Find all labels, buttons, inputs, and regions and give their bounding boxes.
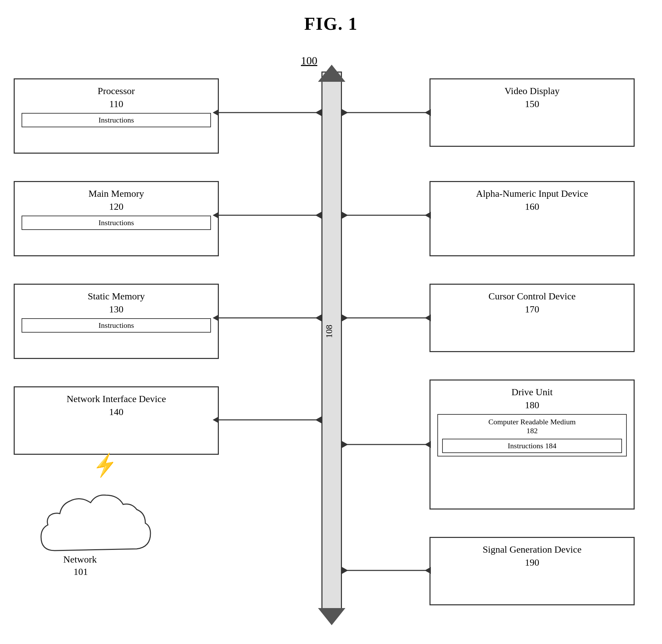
main-memory-instructions: Instructions bbox=[22, 216, 211, 230]
drive-unit-box: Drive Unit 180 Computer Readable Medium … bbox=[429, 379, 635, 510]
main-memory-title: Main Memory bbox=[22, 188, 211, 200]
svg-marker-22 bbox=[342, 441, 348, 448]
bus-arrow-top bbox=[318, 65, 345, 82]
processor-instructions: Instructions bbox=[22, 113, 211, 127]
svg-marker-14 bbox=[315, 314, 321, 321]
signal-generation-title: Signal Generation Device bbox=[437, 543, 627, 556]
cursor-control-title: Cursor Control Device bbox=[437, 290, 627, 302]
alpha-numeric-number: 160 bbox=[437, 201, 627, 212]
svg-marker-10 bbox=[342, 212, 348, 219]
computer-readable-medium-box: Computer Readable Medium 182 Instruction… bbox=[437, 414, 627, 456]
page-title: FIG. 1 bbox=[0, 0, 662, 41]
network-label: Network bbox=[63, 554, 97, 565]
video-display-box: Video Display 150 bbox=[429, 78, 635, 147]
svg-marker-4 bbox=[342, 109, 348, 116]
signal-generation-number: 190 bbox=[437, 557, 627, 568]
processor-number: 110 bbox=[22, 99, 211, 110]
network-interface-title: Network Interface Device bbox=[22, 393, 211, 405]
drive-instructions: Instructions 184 bbox=[442, 439, 622, 453]
static-memory-number: 130 bbox=[22, 304, 211, 315]
static-memory-box: Static Memory 130 Instructions bbox=[14, 284, 219, 359]
central-bus bbox=[321, 72, 342, 612]
svg-marker-25 bbox=[342, 567, 348, 574]
svg-marker-16 bbox=[342, 314, 348, 321]
diagram: 100 108 Processor 110 Instructions Main … bbox=[0, 44, 662, 644]
cursor-control-number: 170 bbox=[437, 304, 627, 315]
drive-unit-title: Drive Unit bbox=[437, 386, 627, 398]
processor-title: Processor bbox=[22, 85, 211, 97]
signal-generation-box: Signal Generation Device 190 bbox=[429, 537, 635, 605]
svg-marker-2 bbox=[315, 109, 321, 116]
main-memory-number: 120 bbox=[22, 201, 211, 212]
network-interface-box: Network Interface Device 140 bbox=[14, 386, 219, 455]
system-label: 100 bbox=[301, 54, 317, 67]
static-memory-title: Static Memory bbox=[22, 290, 211, 302]
svg-marker-8 bbox=[315, 212, 321, 219]
main-memory-box: Main Memory 120 Instructions bbox=[14, 181, 219, 256]
network-number: 101 bbox=[74, 566, 88, 577]
svg-marker-20 bbox=[315, 416, 321, 423]
cursor-control-box: Cursor Control Device 170 bbox=[429, 284, 635, 352]
medium-number: 182 bbox=[442, 426, 622, 435]
bus-label: 108 bbox=[324, 325, 334, 338]
alpha-numeric-title: Alpha-Numeric Input Device bbox=[437, 188, 627, 200]
bus-arrow-bottom bbox=[318, 608, 345, 625]
network-interface-number: 140 bbox=[22, 407, 211, 417]
medium-name: Computer Readable Medium bbox=[442, 417, 622, 426]
processor-box: Processor 110 Instructions bbox=[14, 78, 219, 154]
video-display-number: 150 bbox=[437, 99, 627, 110]
drive-unit-number: 180 bbox=[437, 400, 627, 411]
alpha-numeric-box: Alpha-Numeric Input Device 160 bbox=[429, 181, 635, 256]
lightning-bolt-icon: ⚡ bbox=[90, 451, 120, 479]
static-memory-instructions: Instructions bbox=[22, 318, 211, 333]
video-display-title: Video Display bbox=[437, 85, 627, 97]
